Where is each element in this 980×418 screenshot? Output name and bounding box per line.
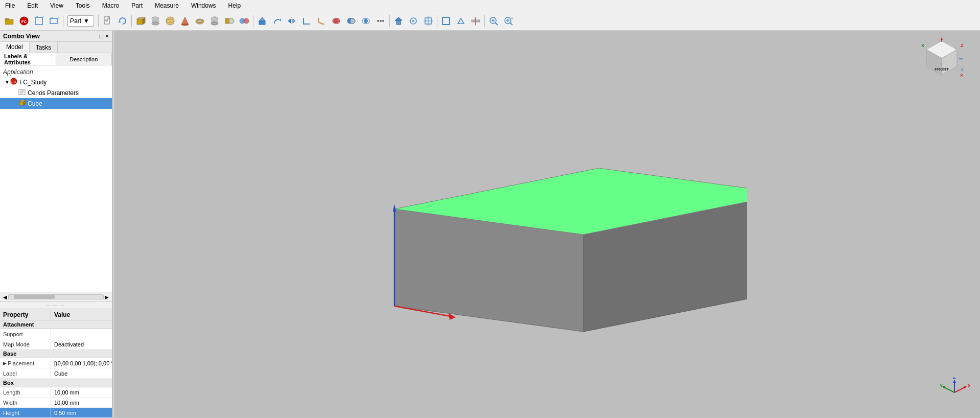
toolbar-view-all-btn[interactable] bbox=[421, 14, 435, 28]
toolbar-cut-btn[interactable] bbox=[344, 14, 358, 28]
svg-point-20 bbox=[166, 17, 174, 25]
toolbar-torus-btn[interactable] bbox=[193, 14, 207, 28]
svg-marker-36 bbox=[259, 17, 265, 21]
toolbar-primitives-btn[interactable] bbox=[222, 14, 237, 28]
toolbar-pipe-btn[interactable] bbox=[207, 14, 222, 28]
props-cell-length-val: 10,00 mm bbox=[51, 387, 112, 397]
menu-windows[interactable]: Windows bbox=[188, 1, 219, 10]
toolbar-draw-style-btn[interactable] bbox=[439, 14, 453, 28]
toolbar-revolve-btn[interactable] bbox=[270, 14, 284, 28]
toolbar-shapebuilder-btn[interactable] bbox=[237, 14, 251, 28]
toolbar-cone-btn[interactable] bbox=[178, 14, 192, 28]
tree-icon-fc-study: FC bbox=[10, 78, 17, 86]
svg-text:X: X bbox=[921, 43, 924, 48]
svg-marker-107 bbox=[953, 380, 956, 383]
svg-rect-51 bbox=[396, 20, 401, 25]
props-cell-height-val: 0,50 mm bbox=[51, 408, 112, 417]
tree-item-cube[interactable]: Cube bbox=[0, 98, 112, 109]
svg-text:Z: Z bbox=[953, 377, 956, 380]
tree-item-fc-study[interactable]: ▼ FC FC_Study bbox=[0, 77, 112, 87]
toolbar-view-selected-btn[interactable] bbox=[406, 14, 421, 28]
main-area: Combo View □ × Model Tasks Labels & Attr… bbox=[0, 31, 980, 418]
svg-text:FC: FC bbox=[21, 19, 27, 24]
toolbar-more-btn[interactable] bbox=[374, 14, 388, 28]
props-row-width[interactable]: Width 10,00 mm bbox=[0, 398, 112, 408]
toolbar-union-btn[interactable] bbox=[329, 14, 343, 28]
menu-file[interactable]: File bbox=[2, 1, 18, 10]
props-row-placement[interactable]: ▶ Placement [(0,00 0,00 1,00); 0,00 °; (… bbox=[0, 358, 112, 368]
tree-item-cenos-params[interactable]: Cenos Parameters bbox=[0, 87, 112, 98]
scroll-right-arrow[interactable]: ▶ bbox=[104, 294, 110, 300]
tab-description[interactable]: Description bbox=[56, 53, 112, 65]
tab-model[interactable]: Model bbox=[0, 42, 30, 53]
tab-tasks[interactable]: Tasks bbox=[30, 42, 58, 53]
3d-viewport[interactable]: FRONT Z Y X ✕ X Y bbox=[115, 31, 980, 418]
menu-macro[interactable]: Macro bbox=[99, 1, 122, 10]
svg-text:Y: Y bbox=[940, 383, 943, 388]
tree-icon-cenos bbox=[18, 88, 26, 97]
props-section-box: Box bbox=[0, 379, 112, 387]
menu-tools[interactable]: Tools bbox=[73, 1, 93, 10]
props-row-height[interactable]: Height 0,50 mm bbox=[0, 408, 112, 418]
props-cell-mapmode-val: Deactivated bbox=[51, 339, 112, 349]
combo-view-expand-btn[interactable]: □ bbox=[100, 33, 103, 40]
props-cell-placement-val: [(0,00 0,00 1,00); 0,00 °; (0,... bbox=[51, 358, 112, 368]
toolbar-sep-7 bbox=[484, 15, 485, 27]
scroll-left-arrow[interactable]: ◀ bbox=[2, 294, 8, 300]
toolbar-zoom-fit-btn[interactable] bbox=[486, 14, 501, 28]
toolbar-intersection-btn[interactable] bbox=[359, 14, 373, 28]
props-row-mapmode[interactable]: Map Mode Deactivated bbox=[0, 339, 112, 350]
menu-edit[interactable]: Edit bbox=[24, 1, 41, 10]
tab-labels-attributes[interactable]: Labels & Attributes bbox=[0, 53, 56, 65]
h-scroll-track[interactable] bbox=[8, 294, 104, 299]
menu-part[interactable]: Part bbox=[128, 1, 146, 10]
toolbar-perspective-btn[interactable] bbox=[454, 14, 468, 28]
toolbar-wireframe-btn[interactable] bbox=[46, 14, 61, 28]
svg-line-63 bbox=[495, 22, 498, 25]
svg-text:X: X bbox=[968, 383, 970, 388]
toolbar-refresh-btn[interactable] bbox=[115, 14, 130, 28]
tree-section-application: Application bbox=[0, 67, 112, 77]
svg-point-32 bbox=[229, 18, 234, 24]
svg-rect-35 bbox=[259, 21, 265, 25]
toolbar-box-btn[interactable] bbox=[133, 14, 148, 28]
toolbar-freecad-btn[interactable]: FC bbox=[17, 14, 31, 28]
navcube-x-btn[interactable]: ✕ bbox=[960, 73, 964, 78]
toolbar-open-btn[interactable] bbox=[2, 14, 16, 28]
toolbar-3d-btn[interactable] bbox=[32, 14, 46, 28]
h-scroll-thumb[interactable] bbox=[14, 295, 55, 299]
divider-handle[interactable]: — — — bbox=[0, 302, 112, 309]
props-row-support[interactable]: Support bbox=[0, 329, 112, 339]
toolbar-view-home-btn[interactable] bbox=[391, 14, 406, 28]
toolbar-sphere-btn[interactable] bbox=[163, 14, 177, 28]
tree-scrollbar[interactable]: ◀ ▶ bbox=[0, 292, 112, 302]
combo-view-header: Combo View □ × bbox=[0, 31, 112, 42]
toolbar-new-btn[interactable] bbox=[101, 14, 115, 28]
toolbar-clip-btn[interactable] bbox=[469, 14, 483, 28]
props-row-length[interactable]: Length 10,00 mm bbox=[0, 387, 112, 398]
svg-rect-57 bbox=[442, 17, 450, 25]
tree-arrow-fc-study[interactable]: ▼ bbox=[4, 79, 10, 85]
svg-marker-59 bbox=[458, 18, 464, 24]
props-row-label[interactable]: Label Cube bbox=[0, 368, 112, 379]
toolbar-mirror-btn[interactable] bbox=[285, 14, 299, 28]
svg-point-34 bbox=[244, 18, 249, 24]
toolbar-chamfer-btn[interactable] bbox=[314, 14, 329, 28]
part-selector[interactable]: Part ▼ bbox=[67, 15, 94, 27]
svg-text:Y: Y bbox=[961, 67, 964, 73]
combo-view-close-btn[interactable]: × bbox=[105, 33, 109, 40]
toolbar-zoom-in-btn[interactable]: + bbox=[501, 14, 516, 28]
combo-view-title: Combo View bbox=[3, 33, 40, 40]
toolbar-fillet-btn[interactable] bbox=[299, 14, 314, 28]
props-section-attachment: Attachment bbox=[0, 320, 112, 329]
toolbar-cylinder-btn[interactable] bbox=[148, 14, 162, 28]
nav-cube[interactable]: FRONT Z Y X ✕ bbox=[919, 36, 965, 82]
placement-expand-arrow[interactable]: ▶ bbox=[3, 361, 7, 366]
menu-measure[interactable]: Measure bbox=[152, 1, 182, 10]
properties-panel: Property Value Attachment Support Map Mo… bbox=[0, 309, 112, 418]
props-cell-label-val: Cube bbox=[51, 368, 112, 378]
menu-view[interactable]: View bbox=[47, 1, 66, 10]
tree-label-cube: Cube bbox=[28, 100, 42, 107]
toolbar-extrude-btn[interactable] bbox=[255, 14, 269, 28]
menu-help[interactable]: Help bbox=[225, 1, 244, 10]
